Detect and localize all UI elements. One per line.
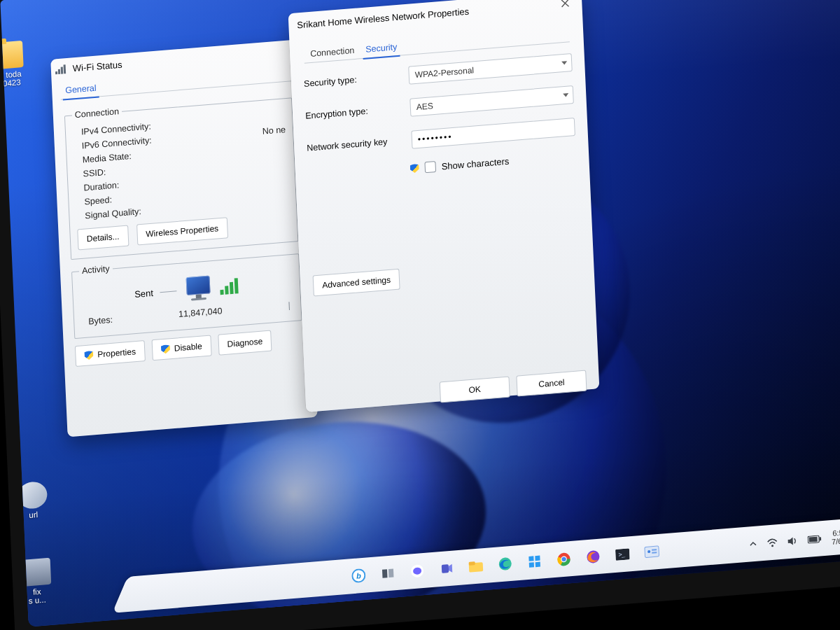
svg-rect-10 [528,556,533,561]
ssid-label: SSID: [74,167,106,180]
svg-rect-28 [820,537,822,540]
svg-rect-29 [809,536,818,542]
security-type-value: WPA2-Personal [414,65,474,80]
svg-rect-12 [529,562,534,568]
svg-rect-5 [442,564,449,573]
chrome-icon[interactable] [553,548,575,570]
svg-rect-13 [536,562,540,568]
wireless-properties-button[interactable]: Wireless Properties [136,217,228,245]
svg-rect-21 [645,546,659,558]
encryption-type-value: AES [416,101,434,112]
tray-chevron-icon[interactable] [749,540,758,549]
activity-group: Activity Sent Bytes:11,847,040| [71,248,302,339]
svg-marker-6 [449,564,453,573]
monitor-icon [183,275,217,303]
wifi-status-title: Wi-Fi Status [72,59,122,74]
chevron-down-icon [563,93,568,97]
svg-rect-3 [388,568,394,578]
tab-security[interactable]: Security [360,38,402,58]
close-button[interactable] [551,0,580,14]
speed-label: Speed: [76,195,112,207]
settings-icon[interactable] [641,541,663,564]
desktop-fix-label2: s u... [29,595,46,605]
activity-bars-icon [220,278,239,295]
firefox-icon[interactable] [582,545,604,568]
shield-icon [410,163,420,173]
tray-volume-icon[interactable] [788,536,799,545]
encryption-type-label: Encryption type: [305,104,403,121]
close-icon [561,0,570,8]
network-key-label: Network security key [307,136,405,153]
network-key-input[interactable] [411,118,575,149]
encryption-type-combo[interactable]: AES [410,85,574,117]
shield-icon [84,351,94,360]
tray-battery-icon[interactable] [808,535,822,544]
taskbar-clock[interactable]: 6:57 PM 7/6/2023 [831,527,840,547]
shield-icon [161,344,171,354]
desktop-folder-cropped[interactable]: te toda 10423 [0,40,36,90]
connection-group: Connection IPv4 Connectivity: IPv6 Conne… [64,92,299,260]
explorer-icon[interactable] [465,555,486,578]
taskbar-time: 6:57 PM [831,527,840,538]
properties-button[interactable]: Properties [75,340,146,367]
desktop-screen: te toda 10423 url fix s u... Wi-Fi Statu… [0,0,840,626]
connection-group-legend: Connection [72,106,122,120]
desktop-url-label: url [29,510,38,519]
teams-icon[interactable] [435,557,457,580]
svg-rect-11 [535,556,540,561]
advanced-settings-button[interactable]: Advanced settings [313,269,400,297]
sent-label: Sent [134,287,153,299]
taskbar-systray: 6:57 PM 7/6/2023 [748,525,840,552]
wifi-signal-icon [55,64,66,74]
edge-icon[interactable] [494,552,516,575]
wifi-status-window: Wi-Fi Status General Connection IPv4 Con… [50,39,318,437]
signal-label: Signal Quality: [76,206,141,221]
tray-wifi-icon[interactable] [767,538,778,547]
svg-rect-8 [469,561,475,566]
terminal-icon[interactable]: >_ [612,543,634,566]
chevron-down-icon [561,61,567,65]
svg-marker-26 [788,537,793,545]
taskbar-date: 7/6/2023 [832,536,840,547]
desktop-fix-label: fix [33,587,41,596]
network-properties-window: Srikant Home Wireless Network Properties… [288,0,600,412]
diagnose-button[interactable]: Diagnose [218,330,272,356]
security-type-combo[interactable]: WPA2-Personal [408,53,573,85]
disable-button[interactable]: Disable [151,335,211,361]
show-characters-label: Show characters [441,155,509,172]
svg-rect-2 [382,569,388,578]
taskview-icon[interactable] [377,562,399,584]
security-type-label: Security type: [304,71,402,89]
svg-text:b: b [356,571,362,580]
bytes-label: Bytes: [88,315,113,327]
svg-point-25 [771,545,774,547]
chat-icon[interactable] [406,560,428,582]
details-button[interactable]: Details... [77,225,129,251]
svg-text:>_: >_ [618,551,626,559]
tab-general[interactable]: General [60,79,102,99]
activity-group-legend: Activity [79,264,113,276]
ipv6-value: No ne [262,125,286,136]
start-icon[interactable] [524,550,545,573]
duration-label: Duration: [75,180,119,193]
bing-icon[interactable]: b [348,564,370,587]
show-characters-checkbox[interactable] [424,161,436,173]
